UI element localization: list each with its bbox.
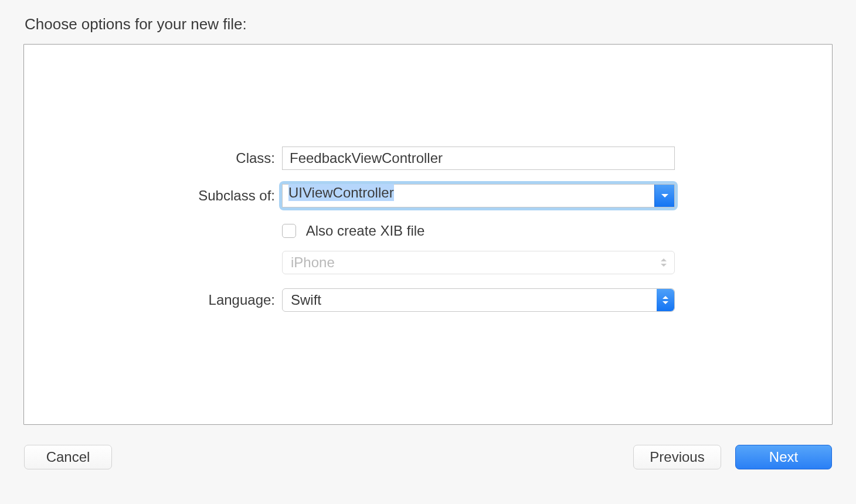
subclass-label: Subclass of: [24,188,282,204]
xib-checkbox[interactable] [282,224,296,238]
options-form: Class: Subclass of: UIViewController [24,147,832,312]
class-label: Class: [24,150,282,166]
stepper-icon [658,251,670,274]
subclass-input[interactable]: UIViewController [283,185,654,207]
subclass-dropdown-button[interactable] [654,185,674,207]
language-stepper-button[interactable] [657,289,674,311]
cancel-button[interactable]: Cancel [24,445,112,469]
chevron-down-icon [661,193,669,199]
footer: Cancel Previous Next [23,445,833,469]
language-label: Language: [24,292,282,308]
chevron-down-icon [660,263,667,268]
device-select: iPhone [282,251,675,274]
next-button[interactable]: Next [735,445,832,469]
page-title: Choose options for your new file: [25,15,833,33]
options-panel: Class: Subclass of: UIViewController [23,44,833,425]
previous-button[interactable]: Previous [633,445,721,469]
class-input[interactable] [282,147,675,170]
subclass-focus-ring: UIViewController [279,181,678,210]
xib-checkbox-label[interactable]: Also create XIB file [306,223,425,239]
device-select-value: iPhone [291,254,335,271]
subclass-combobox[interactable]: UIViewController [282,184,675,207]
language-select[interactable]: Swift [282,288,675,312]
chevron-up-icon [662,295,669,299]
language-select-value: Swift [291,292,321,308]
chevron-down-icon [662,301,669,305]
chevron-up-icon [660,257,667,262]
